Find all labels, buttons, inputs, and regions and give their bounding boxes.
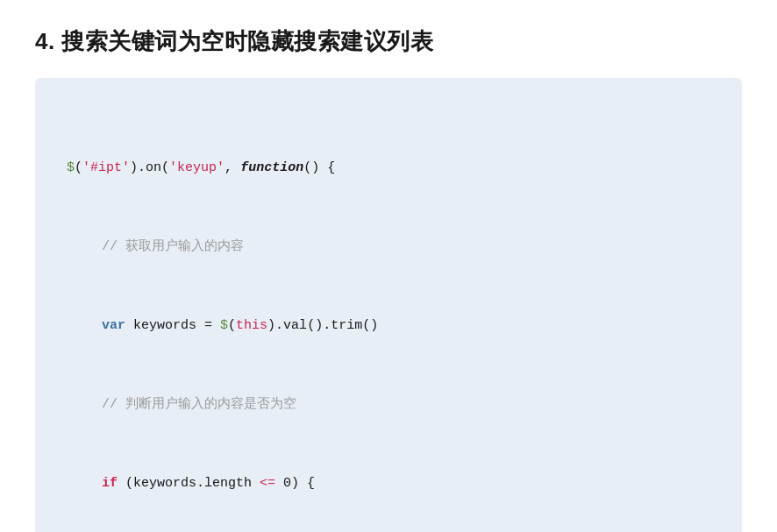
code-line-1: $('#ipt').on('keyup', function() { bbox=[67, 155, 710, 181]
code-line-5: if (keywords.length <= 0) { bbox=[67, 471, 710, 497]
page-title: 4. 搜索关键词为空时隐藏搜索建议列表 bbox=[35, 26, 742, 57]
code-content: $('#ipt').on('keyup', function() { // 获取… bbox=[67, 103, 710, 532]
code-line-2: // 获取用户输入的内容 bbox=[67, 234, 710, 260]
code-block: $('#ipt').on('keyup', function() { // 获取… bbox=[35, 78, 742, 532]
code-line-3: var keywords = $(this).val().trim() bbox=[67, 313, 710, 339]
code-line-4: // 判断用户输入的内容是否为空 bbox=[67, 392, 710, 418]
